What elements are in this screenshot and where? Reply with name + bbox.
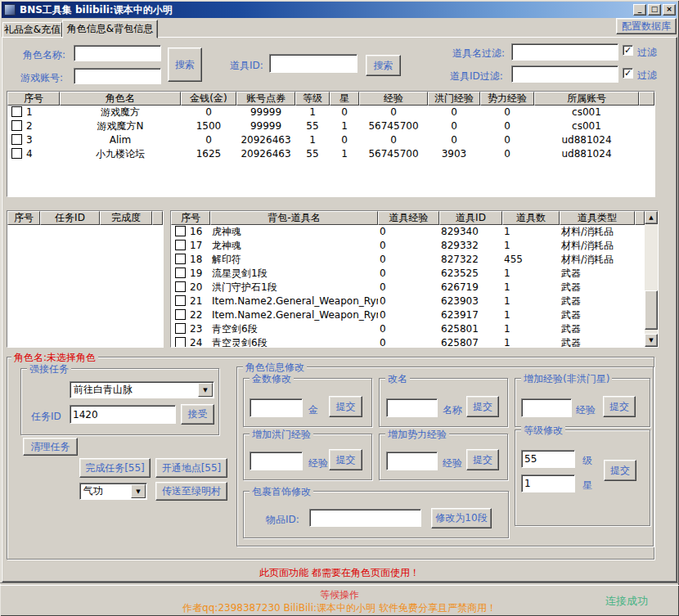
table-row[interactable]: 2游戏魔方N1500999995515674570000cs001 xyxy=(7,119,654,133)
vertical-scrollbar[interactable]: ▲ ▼ xyxy=(645,211,658,347)
teleport-button[interactable]: 传送至绿明村 xyxy=(155,482,227,501)
item-name-filter-checkbox[interactable]: ✓ xyxy=(623,45,633,56)
table-row[interactable]: 17龙神魂08293321材料/消耗品 xyxy=(171,239,645,253)
column-header[interactable]: 序号 xyxy=(171,211,210,225)
rename-input[interactable] xyxy=(386,398,438,417)
table-row[interactable]: 23青空剑6段06258011武器 xyxy=(171,322,645,336)
minimize-button[interactable]: _ xyxy=(633,4,646,16)
maximize-button[interactable]: □ xyxy=(648,4,661,16)
chevron-down-icon[interactable]: ▼ xyxy=(131,484,146,498)
char-search-button[interactable]: 搜索 xyxy=(168,47,202,82)
column-header[interactable]: 经验 xyxy=(359,92,428,106)
column-header[interactable]: 账号点券 xyxy=(236,92,295,106)
row-checkbox[interactable] xyxy=(11,106,22,117)
table-row[interactable]: 19流星灵剑1段06235251武器 xyxy=(171,267,645,281)
column-header[interactable]: 任务ID xyxy=(40,211,100,225)
column-header[interactable]: 道具数 xyxy=(502,211,560,225)
row-checkbox[interactable] xyxy=(175,309,186,320)
rename-submit-button[interactable]: 提交 xyxy=(466,396,499,417)
level-input[interactable] xyxy=(521,450,575,468)
column-header[interactable]: 星 xyxy=(330,92,359,106)
jewelry-modify-title: 包裹首饰修改 xyxy=(250,485,313,499)
hongmen-exp-submit-button[interactable]: 提交 xyxy=(329,449,362,470)
table-cell: 0 xyxy=(480,106,534,119)
row-checkbox[interactable] xyxy=(175,295,186,306)
table-row[interactable]: 3Alim02092646310000ud881024 xyxy=(7,133,654,147)
table-cell: 0 xyxy=(480,133,534,147)
table-cell: 1 xyxy=(502,336,560,347)
gold-unit-label: 金 xyxy=(308,403,318,417)
skill-dropdown[interactable]: 气功 ▼ xyxy=(79,483,147,500)
item-name-filter-input[interactable] xyxy=(511,43,618,61)
star-input[interactable] xyxy=(521,474,575,492)
hongmen-exp-input[interactable] xyxy=(250,452,303,470)
table-row[interactable]: 1游戏魔方09999910000cs001 xyxy=(7,106,654,119)
column-header[interactable]: 序号 xyxy=(7,92,60,106)
task-id-input[interactable] xyxy=(70,405,176,424)
scrollbar-thumb[interactable] xyxy=(645,290,658,330)
item-id-input[interactable] xyxy=(269,54,357,73)
row-checkbox[interactable] xyxy=(175,226,186,236)
quest-dropdown[interactable]: 前往白青山脉 ▼ xyxy=(70,381,214,398)
table-row[interactable]: 4小九楼论坛1625209264635515674570039030ud8810… xyxy=(7,147,654,161)
title-bar[interactable]: BNS工具集 bilibili:课本中的小明 _ □ × xyxy=(2,2,677,18)
table-row[interactable]: 20洪门守护石1段06267191武器 xyxy=(171,281,645,295)
column-header[interactable]: 金钱(金) xyxy=(181,92,236,106)
table-cell: 1 xyxy=(295,106,330,119)
row-checkbox[interactable] xyxy=(175,337,186,347)
gold-input[interactable] xyxy=(250,398,303,417)
column-header[interactable]: 序号 xyxy=(7,211,40,225)
row-checkbox[interactable] xyxy=(11,148,22,159)
table-row[interactable]: 18解印符0827322455材料/消耗品 xyxy=(171,253,645,267)
row-checkbox[interactable] xyxy=(175,281,186,292)
row-checkbox[interactable] xyxy=(175,323,186,334)
tab-giftbox-recharge[interactable]: 礼品盒&充值 xyxy=(2,22,62,38)
row-checkbox[interactable] xyxy=(11,120,22,131)
exp-submit-button[interactable]: 提交 xyxy=(603,396,636,417)
char-name-input[interactable] xyxy=(74,45,161,61)
chevron-down-icon[interactable]: ▼ xyxy=(198,383,213,397)
column-header[interactable]: 完成度 xyxy=(100,211,152,225)
column-header[interactable]: 角色名 xyxy=(60,92,181,106)
column-header[interactable]: 洪门经验 xyxy=(428,92,480,106)
scrollbar-track[interactable] xyxy=(645,224,658,334)
item-search-button[interactable]: 搜索 xyxy=(366,55,401,76)
page-warning-text: 此页面功能 都需要在角色页面使用！ xyxy=(0,566,679,580)
item-id-filter-checkbox[interactable]: ✓ xyxy=(623,68,633,79)
close-button[interactable]: × xyxy=(663,4,676,16)
column-header[interactable]: 背包-道具名 xyxy=(210,211,378,225)
config-database-button[interactable]: 配置数据库 xyxy=(616,18,677,34)
gold-submit-button[interactable]: 提交 xyxy=(329,396,362,417)
table-cell: 材料/消耗品 xyxy=(560,253,635,267)
scroll-up-button[interactable]: ▲ xyxy=(645,211,658,224)
scroll-down-button[interactable]: ▼ xyxy=(645,334,658,347)
level-submit-button[interactable]: 提交 xyxy=(604,460,636,481)
row-checkbox[interactable] xyxy=(11,134,22,145)
column-header[interactable]: 道具类型 xyxy=(560,211,635,225)
column-header[interactable]: 势力经验 xyxy=(480,92,534,106)
table-cell: 56745700 xyxy=(359,119,428,133)
column-header[interactable]: 所属账号 xyxy=(534,92,639,106)
table-row[interactable]: 16虎神魂08293401材料/消耗品 xyxy=(171,225,645,239)
row-checkbox[interactable] xyxy=(175,240,186,250)
jewelry-item-id-input[interactable] xyxy=(309,509,421,527)
exp-input[interactable] xyxy=(521,398,572,417)
faction-exp-submit-button[interactable]: 提交 xyxy=(466,449,499,470)
table-row[interactable]: 22Item.Name2.General_Weapon_Ryn...062391… xyxy=(171,308,645,322)
row-checkbox[interactable] xyxy=(175,268,186,278)
complete-task-button[interactable]: 完成任务[55] xyxy=(79,458,151,478)
table-row[interactable]: 24青空灵剑6段06258071武器 xyxy=(171,336,645,347)
table-row[interactable]: 21Item.Name2.General_Weapon_Ryn...062390… xyxy=(171,295,645,308)
accept-task-button[interactable]: 接受 xyxy=(181,404,214,425)
clear-task-button[interactable]: 清理任务 xyxy=(23,438,78,456)
tab-charinfo-inventory[interactable]: 角色信息&背包信息 xyxy=(62,20,158,38)
open-location-button[interactable]: 开通地点[55] xyxy=(155,458,227,478)
column-header[interactable]: 道具经验 xyxy=(378,211,439,225)
faction-exp-input[interactable] xyxy=(386,452,438,470)
jewelry-modify-button[interactable]: 修改为10段 xyxy=(431,508,492,528)
item-id-filter-input[interactable] xyxy=(511,65,618,83)
column-header[interactable]: 道具ID xyxy=(439,211,502,225)
account-input[interactable] xyxy=(74,68,161,84)
column-header[interactable]: 等级 xyxy=(295,92,330,106)
row-checkbox[interactable] xyxy=(175,254,186,264)
